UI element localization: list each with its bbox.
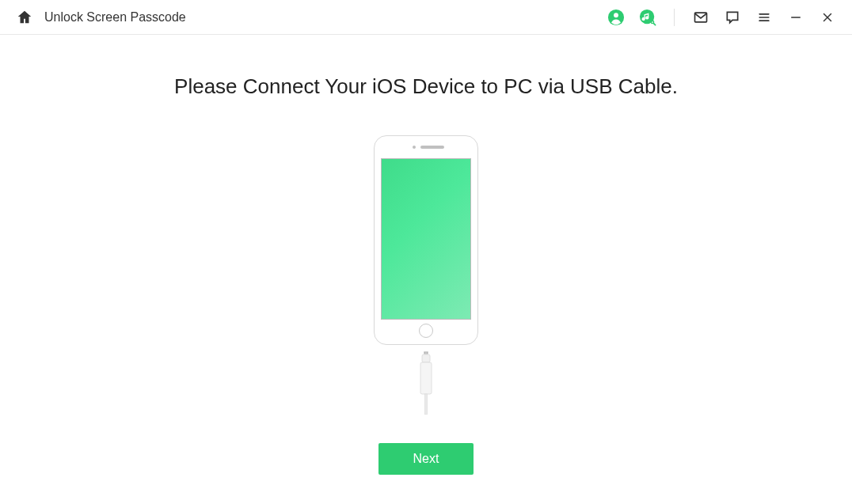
mail-icon[interactable]: [692, 9, 709, 26]
account-icon[interactable]: [607, 9, 625, 26]
home-icon[interactable]: [16, 9, 33, 26]
svg-rect-16: [420, 362, 432, 394]
feedback-icon[interactable]: [724, 9, 741, 26]
music-search-icon[interactable]: [639, 9, 656, 26]
header-divider: [674, 9, 675, 26]
phone-speaker: [420, 146, 444, 149]
app-header: Unlock Screen Passcode: [0, 0, 852, 35]
next-button[interactable]: Next: [378, 443, 474, 475]
usb-cable-icon: [416, 351, 436, 415]
header-left: Unlock Screen Passcode: [16, 9, 186, 26]
header-right: [607, 9, 836, 26]
svg-rect-12: [424, 351, 428, 354]
menu-icon[interactable]: [755, 9, 773, 26]
svg-rect-13: [424, 352, 425, 354]
svg-rect-14: [427, 352, 428, 354]
device-illustration: [374, 135, 478, 415]
close-icon[interactable]: [819, 9, 836, 26]
phone-camera-dot: [413, 146, 416, 149]
page-title: Unlock Screen Passcode: [44, 10, 186, 25]
svg-rect-17: [425, 394, 428, 415]
instruction-heading: Please Connect Your iOS Device to PC via…: [174, 74, 678, 99]
minimize-icon[interactable]: [787, 9, 804, 26]
svg-rect-15: [422, 354, 430, 362]
phone-icon: [374, 135, 478, 345]
phone-screen: [381, 158, 471, 320]
phone-home-button-icon: [419, 324, 433, 338]
svg-line-4: [653, 23, 655, 25]
main-content: Please Connect Your iOS Device to PC via…: [0, 35, 852, 475]
svg-point-1: [614, 13, 618, 17]
